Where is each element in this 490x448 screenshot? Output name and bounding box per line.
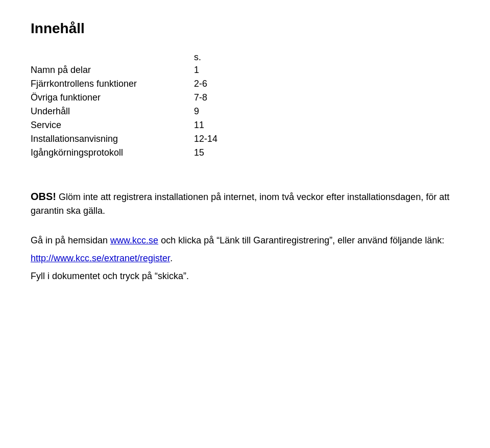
- toc-item-page: 12-14: [194, 134, 217, 144]
- toc-header-row: s.: [31, 52, 459, 63]
- toc-item-4: Underhåll 9: [31, 106, 459, 117]
- obs-body: Glöm inte att registrera installationen …: [31, 192, 449, 216]
- page-column-header: s.: [194, 52, 201, 63]
- toc-item-page: 1: [194, 65, 199, 76]
- toc-item-page: 2-6: [194, 79, 207, 89]
- toc-item-page: 15: [194, 147, 204, 158]
- obs-title: OBS!: [31, 191, 56, 202]
- period: .: [170, 253, 173, 263]
- toc-item-page: 9: [194, 106, 199, 117]
- obs-paragraph: OBS! Glöm inte att registrera installati…: [31, 189, 459, 218]
- info-line-2: http://www.kcc.se/extranet/register.: [31, 251, 459, 266]
- toc-item-label: Service: [31, 120, 194, 131]
- page-title: Innehåll: [31, 20, 459, 37]
- toc-item-5: Service 11: [31, 120, 459, 131]
- kcc-link[interactable]: www.kcc.se: [110, 235, 158, 245]
- obs-section: OBS! Glöm inte att registrera installati…: [31, 189, 459, 218]
- toc-item-3: Övriga funktioner 7-8: [31, 92, 459, 103]
- info-line-3: Fyll i dokumentet och tryck på “skicka”.: [31, 269, 459, 284]
- toc-item-1: Namn på delar 1: [31, 65, 459, 76]
- toc-item-label: Installationsanvisning: [31, 134, 194, 144]
- info-line-1: Gå in på hemsidan www.kcc.se och klicka …: [31, 233, 459, 248]
- table-of-contents: s. Namn på delar 1 Fjärrkontrollens funk…: [31, 52, 459, 158]
- toc-item-label: Namn på delar: [31, 65, 194, 76]
- toc-item-label: Underhåll: [31, 106, 194, 117]
- info-section: Gå in på hemsidan www.kcc.se och klicka …: [31, 233, 459, 283]
- toc-item-7: Igångkörningsprotokoll 15: [31, 147, 459, 158]
- register-link[interactable]: http://www.kcc.se/extranet/register: [31, 253, 170, 263]
- toc-item-page: 11: [194, 120, 204, 131]
- toc-item-6: Installationsanvisning 12-14: [31, 134, 459, 144]
- toc-item-page: 7-8: [194, 92, 207, 103]
- toc-item-label: Fjärrkontrollens funktioner: [31, 79, 194, 89]
- toc-item-label: Övriga funktioner: [31, 92, 194, 103]
- info-prefix: Gå in på hemsidan: [31, 235, 110, 245]
- toc-item-2: Fjärrkontrollens funktioner 2-6: [31, 79, 459, 89]
- toc-item-label: Igångkörningsprotokoll: [31, 147, 194, 158]
- info-suffix: och klicka på “Länk till Garantiregistre…: [158, 235, 444, 245]
